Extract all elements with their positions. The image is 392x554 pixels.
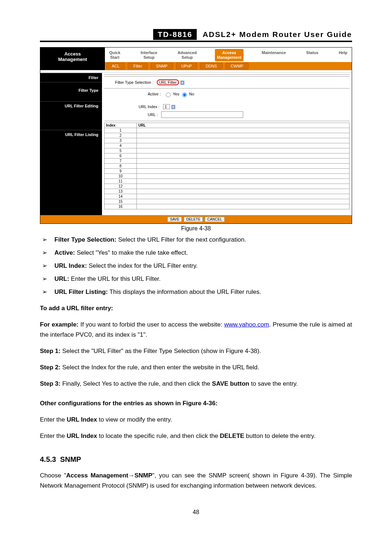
figure-side-title: Access Management (40, 48, 105, 70)
listing-index-cell: 11 (105, 179, 137, 184)
row-active: Active : Yes No (104, 90, 350, 99)
url-filter-listing-table: Index URL 12345678910111213141516 (104, 123, 350, 209)
subnav-snmp[interactable]: SNMP (151, 63, 173, 69)
example-link[interactable]: www.yahoo.com (224, 321, 269, 328)
table-row: 3 (105, 138, 350, 143)
nav-maintenance[interactable]: Maintenance (260, 49, 288, 61)
subnav-acl[interactable]: ACL (106, 63, 125, 69)
listing-index-cell: 1 (105, 128, 137, 133)
listing-url-cell (137, 133, 350, 138)
table-row: 2 (105, 133, 350, 138)
cancel-button[interactable]: CANCEL (205, 217, 225, 222)
table-row: 7 (105, 159, 350, 164)
chevron-down-icon[interactable]: ▾ (171, 105, 175, 109)
listing-index-cell: 10 (105, 174, 137, 179)
side-label-filter-type: Filter Type (40, 82, 102, 101)
side-label-filter: Filter (40, 73, 102, 82)
row-filter-type: Filter Type Selection : URL Filter ▾ (104, 78, 350, 87)
step-3: Step 3: Finally, Select Yes to active th… (40, 379, 352, 389)
step-2: Step 2: Select the Index for the rule, a… (40, 362, 352, 373)
bullet-item: Filter Type Selection: Select the URL Fi… (40, 235, 352, 245)
listing-url-cell (137, 148, 350, 153)
step-1: Step 1: Select the "URL Filter" as the F… (40, 346, 352, 356)
nav-quick-start[interactable]: Quick Start (107, 49, 123, 61)
page-header: TD-8816 ADSL2+ Modem Router User Guide (153, 29, 352, 40)
section-heading: 4.5.3 SNMP (40, 454, 352, 464)
table-row: 6 (105, 153, 350, 159)
side-label-url-filter-listing: URL Filter Listing (40, 130, 102, 209)
table-row: 11 (105, 179, 350, 184)
listing-index-cell: 8 (105, 164, 137, 169)
subnav-cwmp[interactable]: CWMP (225, 63, 249, 69)
listing-index-cell: 7 (105, 159, 137, 164)
listing-url-cell (137, 138, 350, 143)
listing-index-cell: 3 (105, 138, 137, 143)
listing-url-cell (137, 204, 350, 209)
table-row: 15 (105, 199, 350, 204)
nav-interface-setup[interactable]: Interface Setup (139, 49, 160, 61)
for-example-paragraph: For example: If you want to forbid the u… (40, 320, 352, 340)
listing-index-cell: 16 (105, 204, 137, 209)
table-row: 12 (105, 184, 350, 189)
snmp-paragraph: Choose "Access Management→SNMP", you can… (40, 471, 352, 491)
row-url: URL : (104, 111, 350, 119)
listing-url-cell (137, 159, 350, 164)
url-index-label: URL Index : (139, 104, 160, 109)
listing-index-cell: 14 (105, 194, 137, 199)
add-entry-heading: To add a URL filter entry: (40, 303, 352, 313)
subnav-ddns[interactable]: DDNS (200, 63, 222, 69)
table-row: 10 (105, 174, 350, 179)
header-rule (40, 41, 352, 42)
listing-url-cell (137, 184, 350, 189)
bullet-item: URL Filter Listing: This displays the in… (40, 287, 352, 297)
url-input[interactable] (161, 111, 243, 118)
url-label: URL : (148, 112, 158, 117)
listing-url-cell (137, 189, 350, 194)
nav-access-management[interactable]: Access Management (215, 49, 244, 61)
save-button[interactable]: SAVE (167, 217, 182, 222)
nav-help[interactable]: Help (336, 49, 350, 61)
delete-button[interactable]: DELETE (184, 217, 203, 222)
other-config-heading: Other configurations for the entries as … (40, 398, 352, 409)
listing-url-cell (137, 194, 350, 199)
active-label: Active : (148, 92, 161, 96)
active-yes-radio[interactable] (166, 93, 171, 97)
header-title: ADSL2+ Modem Router User Guide (203, 30, 352, 39)
nav-status[interactable]: Status (304, 49, 321, 61)
table-row: 4 (105, 143, 350, 148)
other-line-1: Enter the URL Index to view or modify th… (40, 415, 352, 425)
listing-url-cell (137, 164, 350, 169)
nav-advanced-setup[interactable]: Advanced Setup (175, 49, 199, 61)
listing-index-cell: 4 (105, 143, 137, 148)
figure-side-labels: Filter Filter Type URL Filter Editing UR… (40, 73, 102, 215)
table-row: 13 (105, 189, 350, 194)
bullet-item: Active: Select "Yes" to make the rule ta… (40, 248, 352, 258)
table-row: 5 (105, 148, 350, 153)
table-row: 1 (105, 128, 350, 133)
filter-type-select[interactable]: URL Filter (157, 79, 179, 85)
url-index-select[interactable]: 1 (163, 104, 170, 109)
active-no-radio[interactable] (182, 93, 187, 97)
listing-url-cell (137, 169, 350, 174)
table-row: 14 (105, 194, 350, 199)
row-url-index: URL Index : 1 ▾ (104, 99, 350, 111)
listing-url-cell (137, 179, 350, 184)
listing-index-cell: 9 (105, 169, 137, 174)
other-line-2: Enter the URL Index to locate the specif… (40, 431, 352, 441)
table-row: 8 (105, 164, 350, 169)
listing-url-cell (137, 143, 350, 148)
subnav-filter[interactable]: Filter (128, 63, 147, 69)
listing-index-cell: 13 (105, 189, 137, 194)
listing-index-cell: 2 (105, 133, 137, 138)
chevron-down-icon[interactable]: ▾ (180, 81, 184, 85)
header-model: TD-8816 (153, 29, 197, 40)
filter-type-label: Filter Type Selection : (115, 80, 154, 85)
listing-index-cell: 6 (105, 153, 137, 159)
listing-url-cell (137, 128, 350, 133)
figure-caption: Figure 4-38 (40, 225, 352, 232)
subnav-upnp[interactable]: UPnP (176, 63, 197, 69)
listing-header-index: Index (105, 123, 137, 128)
figure-sub-nav: ACL Filter SNMP UPnP DDNS CWMP (105, 62, 352, 70)
table-row: 9 (105, 169, 350, 174)
listing-index-cell: 15 (105, 199, 137, 204)
